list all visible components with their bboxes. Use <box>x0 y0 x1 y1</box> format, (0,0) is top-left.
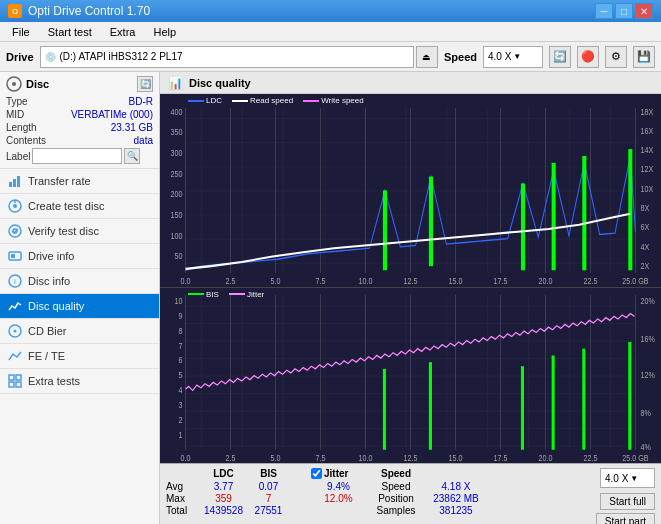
col-empty <box>166 468 201 479</box>
speed-combo[interactable]: 4.0 X ▼ <box>483 46 543 68</box>
svg-text:8%: 8% <box>641 407 652 418</box>
svg-text:9: 9 <box>179 310 183 321</box>
ldc-total: 1439528 <box>201 505 246 516</box>
jitter-checkbox[interactable] <box>311 468 322 479</box>
speed-label-cell: Speed <box>366 481 426 492</box>
svg-text:6X: 6X <box>641 221 650 232</box>
drive-value: (D:) ATAPI iHBS312 2 PL17 <box>60 51 183 62</box>
stats-total-row: Total 1439528 27551 Samples 381235 <box>166 505 588 516</box>
svg-rect-55 <box>628 149 632 270</box>
disc-label-button[interactable]: 🔍 <box>124 148 140 164</box>
app-icon: O <box>8 4 22 18</box>
svg-text:i: i <box>14 277 16 286</box>
svg-text:17.5: 17.5 <box>494 451 508 462</box>
eject-button[interactable]: ⏏ <box>416 46 438 68</box>
close-button[interactable]: ✕ <box>635 3 653 19</box>
empty3 <box>291 505 311 516</box>
maximize-button[interactable]: □ <box>615 3 633 19</box>
jitter-label: Jitter <box>247 290 264 299</box>
disc-label-input[interactable] <box>32 148 122 164</box>
menu-extra[interactable]: Extra <box>102 24 144 40</box>
menu-file[interactable]: File <box>4 24 38 40</box>
read-speed-color <box>232 100 248 102</box>
svg-text:15.0: 15.0 <box>449 275 463 286</box>
app-title: Opti Drive Control 1.70 <box>28 4 150 18</box>
disc-length-label: Length <box>6 122 37 133</box>
read-speed-legend: Read speed <box>232 96 293 105</box>
nav-create-test-disc-label: Create test disc <box>28 200 104 212</box>
speed-dropdown[interactable]: 4.0 X ▼ <box>600 468 655 488</box>
svg-rect-2 <box>9 182 12 187</box>
svg-text:7.5: 7.5 <box>316 275 326 286</box>
bis-avg: 0.07 <box>246 481 291 492</box>
svg-text:25.0 GB: 25.0 GB <box>622 451 649 462</box>
menu-bar: File Start test Extra Help <box>0 22 661 42</box>
nav-extra-tests[interactable]: Extra tests <box>0 369 159 394</box>
start-full-button[interactable]: Start full <box>600 493 655 510</box>
svg-text:6: 6 <box>179 354 183 365</box>
burn-button[interactable]: 🔴 <box>577 46 599 68</box>
speed-label: Speed <box>444 51 477 63</box>
title-bar-left: O Opti Drive Control 1.70 <box>8 4 150 18</box>
ldc-max: 359 <box>201 493 246 504</box>
nav-drive-info[interactable]: Drive info <box>0 244 159 269</box>
col-bis-header: BIS <box>246 468 291 479</box>
transfer-rate-icon <box>8 174 22 188</box>
nav-disc-info[interactable]: i Disc info <box>0 269 159 294</box>
start-part-button[interactable]: Start part <box>596 513 655 524</box>
svg-text:12.5: 12.5 <box>404 275 418 286</box>
svg-text:200: 200 <box>171 188 183 199</box>
nav-extra-tests-label: Extra tests <box>28 375 80 387</box>
svg-text:16%: 16% <box>641 333 656 344</box>
disc-contents-label: Contents <box>6 135 46 146</box>
refresh-button[interactable]: 🔄 <box>549 46 571 68</box>
position-value: 23862 MB <box>426 493 486 504</box>
disc-quality-header: 📊 Disc quality <box>160 72 661 94</box>
lower-chart: BIS Jitter <box>160 288 661 463</box>
disc-contents-value: data <box>134 135 153 146</box>
svg-text:20.0: 20.0 <box>539 451 553 462</box>
samples-label: Samples <box>366 505 426 516</box>
nav-transfer-rate[interactable]: Transfer rate <box>0 169 159 194</box>
svg-rect-4 <box>17 176 20 187</box>
svg-point-1 <box>12 82 16 86</box>
disc-icon <box>6 76 22 92</box>
drive-combo[interactable]: 💿 (D:) ATAPI iHBS312 2 PL17 <box>40 46 414 68</box>
cd-bier-icon <box>8 324 22 338</box>
upper-legend: LDC Read speed Write speed <box>188 96 364 105</box>
col-empty2 <box>426 468 486 479</box>
col-cb-empty <box>291 468 311 479</box>
menu-help[interactable]: Help <box>145 24 184 40</box>
nav-disc-quality[interactable]: Disc quality <box>0 294 159 319</box>
svg-text:20.0: 20.0 <box>539 275 553 286</box>
svg-text:12%: 12% <box>641 369 656 380</box>
nav-fe-te[interactable]: FE / TE <box>0 344 159 369</box>
nav-cd-bier[interactable]: CD Bier <box>0 319 159 344</box>
minimize-button[interactable]: ─ <box>595 3 613 19</box>
svg-text:4X: 4X <box>641 241 650 252</box>
svg-text:5.0: 5.0 <box>271 451 281 462</box>
avg-label: Avg <box>166 481 201 492</box>
disc-info-icon: i <box>8 274 22 288</box>
svg-text:25.0 GB: 25.0 GB <box>622 275 648 286</box>
nav-create-test-disc[interactable]: Create test disc <box>0 194 159 219</box>
menu-start-test[interactable]: Start test <box>40 24 100 40</box>
svg-text:4: 4 <box>179 384 183 395</box>
svg-rect-98 <box>552 355 555 449</box>
svg-text:2: 2 <box>179 414 183 425</box>
main-layout: Disc 🔄 Type BD-R MID VERBATIMe (000) Len… <box>0 72 661 524</box>
max-label: Max <box>166 493 201 504</box>
nav-verify-test-disc[interactable]: Verify test disc <box>0 219 159 244</box>
settings-button[interactable]: ⚙ <box>605 46 627 68</box>
upper-chart: LDC Read speed Write speed <box>160 94 661 288</box>
save-button[interactable]: 💾 <box>633 46 655 68</box>
disc-refresh-button[interactable]: 🔄 <box>137 76 153 92</box>
svg-rect-97 <box>521 366 524 450</box>
ldc-legend: LDC <box>188 96 222 105</box>
svg-text:50: 50 <box>175 250 183 261</box>
stats-table: LDC BIS Jitter Speed Avg 3.77 <box>166 468 588 516</box>
position-label: Position <box>366 493 426 504</box>
verify-disc-icon <box>8 224 22 238</box>
svg-text:10.0: 10.0 <box>359 451 373 462</box>
write-speed-color <box>303 100 319 102</box>
